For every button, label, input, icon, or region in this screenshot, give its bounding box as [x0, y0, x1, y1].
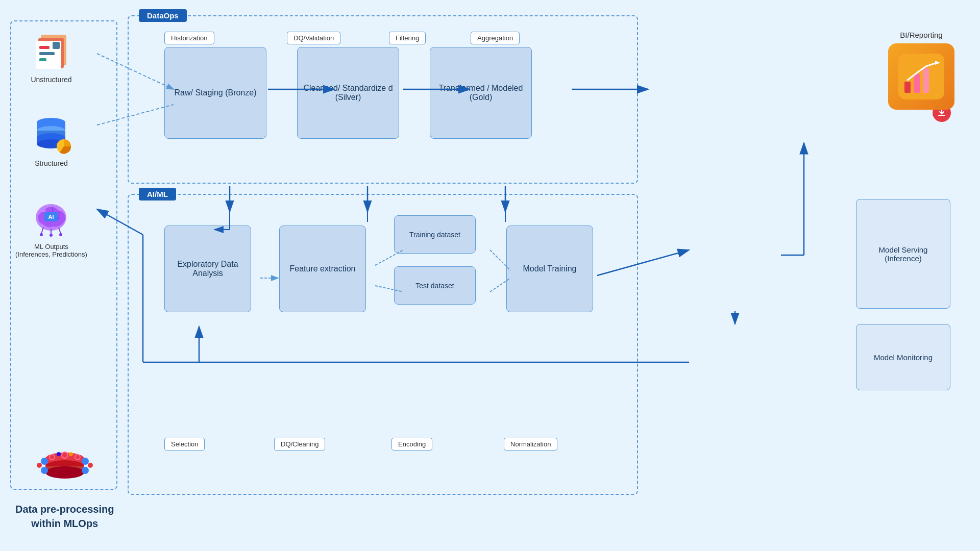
svg-point-37: [57, 452, 61, 456]
svg-rect-3: [39, 46, 50, 49]
svg-rect-5: [39, 58, 46, 61]
svg-rect-4: [39, 52, 55, 55]
model-serving-box: Model Serving (Inference): [856, 199, 950, 309]
dq-validation-label: DQ/Validation: [287, 32, 340, 44]
svg-point-43: [37, 463, 42, 468]
aiml-section: AI/ML Exploratory Data Analysis Feature …: [128, 194, 638, 495]
svg-point-44: [88, 463, 93, 468]
unstructured-item: Unstructured: [26, 31, 77, 84]
selection-label: Selection: [164, 438, 205, 450]
data-preprocessing-section: Data pre-processingwithin MLOps: [15, 446, 114, 531]
svg-point-22: [50, 234, 53, 237]
svg-point-36: [75, 455, 80, 460]
svg-line-18: [41, 228, 43, 234]
test-dataset-box: Test dataset: [394, 266, 476, 305]
feature-extraction-box: Feature extraction: [279, 226, 366, 312]
ml-brain-icon: AI: [26, 198, 77, 239]
svg-rect-6: [53, 42, 60, 49]
silver-box: Cleansed/ Standardize d (Silver): [297, 47, 399, 139]
main-container: Unstructured S: [0, 0, 980, 551]
dataops-section: DataOps Historization DQ/Validation Filt…: [128, 15, 638, 184]
bronze-box: Raw/ Staging (Bronze): [164, 47, 266, 139]
bi-reporting-section: BI/Reporting: [888, 31, 954, 122]
svg-point-39: [41, 458, 48, 465]
gold-box: Transformed / Modeled (Gold): [430, 47, 532, 139]
dq-cleaning-label: DQ/Cleaning: [274, 438, 325, 450]
preprocessing-label: Data pre-processingwithin MLOps: [15, 502, 114, 531]
svg-point-35: [62, 452, 68, 458]
unstructured-label: Unstructured: [31, 76, 71, 84]
unstructured-icon: [26, 31, 77, 71]
svg-point-41: [82, 458, 89, 465]
aggregation-label: Aggregation: [471, 32, 520, 44]
svg-point-42: [82, 467, 89, 474]
ml-outputs-item: AI ML Outputs(Inferences, Predictions): [15, 198, 87, 258]
svg-line-20: [59, 228, 61, 234]
left-panel: Unstructured S: [15, 31, 87, 258]
filtering-label: Filtering: [389, 32, 426, 44]
svg-point-40: [41, 467, 48, 474]
svg-point-33: [45, 466, 84, 479]
aiml-label: AI/ML: [139, 188, 176, 201]
svg-point-23: [59, 233, 62, 236]
structured-label: Structured: [35, 159, 68, 167]
eda-box: Exploratory Data Analysis: [164, 226, 251, 312]
structured-icon: [26, 114, 77, 155]
svg-rect-25: [904, 82, 911, 93]
dataops-label: DataOps: [139, 9, 187, 22]
training-dataset-box: Training dataset: [394, 215, 476, 254]
model-monitoring-box: Model Monitoring: [856, 324, 950, 390]
svg-rect-27: [923, 68, 929, 93]
ml-outputs-label: ML Outputs(Inferences, Predictions): [15, 243, 87, 258]
svg-rect-26: [914, 74, 920, 93]
bi-reporting-label: BI/Reporting: [900, 31, 942, 39]
svg-point-34: [50, 455, 55, 460]
svg-point-21: [40, 233, 43, 236]
data-stack-icon: [34, 446, 95, 497]
historization-label: Historization: [164, 32, 214, 44]
encoding-label: Encoding: [391, 438, 432, 450]
structured-item: Structured: [26, 114, 77, 167]
svg-point-38: [69, 452, 73, 456]
svg-text:AI: AI: [48, 214, 54, 220]
model-training-box: Model Training: [506, 226, 593, 312]
normalization-label: Normalization: [504, 438, 557, 450]
bi-reporting-icon: [888, 43, 954, 110]
